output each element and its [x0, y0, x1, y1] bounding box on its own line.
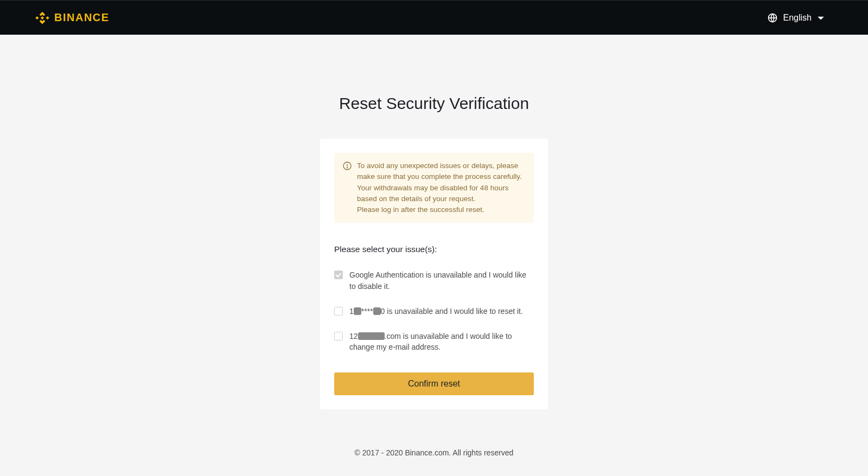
- issue-google-auth[interactable]: Google Authentication is unavailable and…: [334, 269, 534, 292]
- page-title: Reset Security Verification: [339, 94, 529, 113]
- brand-logo[interactable]: BINANCE: [35, 10, 110, 25]
- warning-box: To avoid any unexpected issues or delays…: [334, 153, 534, 223]
- language-label: English: [783, 13, 812, 23]
- main-content: Reset Security Verification To avoid any…: [0, 35, 868, 457]
- reset-card: To avoid any unexpected issues or delays…: [320, 139, 548, 409]
- checkbox-email[interactable]: [334, 332, 343, 340]
- svg-rect-1: [35, 16, 39, 19]
- warning-line1: To avoid any unexpected issues or delays…: [357, 162, 522, 203]
- footer-copyright: © 2017 - 2020 Binance.com. All rights re…: [355, 448, 514, 457]
- svg-rect-2: [46, 16, 49, 19]
- svg-point-6: [347, 168, 347, 168]
- issue-list: Google Authentication is unavailable and…: [334, 269, 534, 352]
- issue-label: 1xx****xx0 is unavailable and I would li…: [349, 306, 523, 317]
- checkbox-google-auth[interactable]: [334, 271, 343, 279]
- issue-email[interactable]: 12xxxxxxx.com is unavailable and I would…: [334, 331, 534, 353]
- warning-text: To avoid any unexpected issues or delays…: [357, 160, 525, 215]
- checkbox-phone[interactable]: [334, 307, 343, 316]
- issue-label: Google Authentication is unavailable and…: [349, 269, 534, 292]
- binance-icon: [35, 10, 50, 25]
- prompt-text: Please select your issue(s):: [334, 245, 534, 254]
- confirm-reset-button[interactable]: Confirm reset: [334, 372, 534, 395]
- issue-phone[interactable]: 1xx****xx0 is unavailable and I would li…: [334, 306, 534, 317]
- language-selector[interactable]: English: [767, 12, 851, 23]
- brand-name: BINANCE: [54, 11, 110, 24]
- warning-icon: [343, 162, 352, 170]
- top-header: BINANCE English: [0, 0, 868, 35]
- globe-icon: [767, 12, 778, 23]
- svg-rect-0: [41, 16, 44, 19]
- issue-label: 12xxxxxxx.com is unavailable and I would…: [349, 331, 534, 353]
- warning-line2: Please log in after the successful reset…: [357, 204, 525, 215]
- chevron-down-icon: [817, 14, 825, 22]
